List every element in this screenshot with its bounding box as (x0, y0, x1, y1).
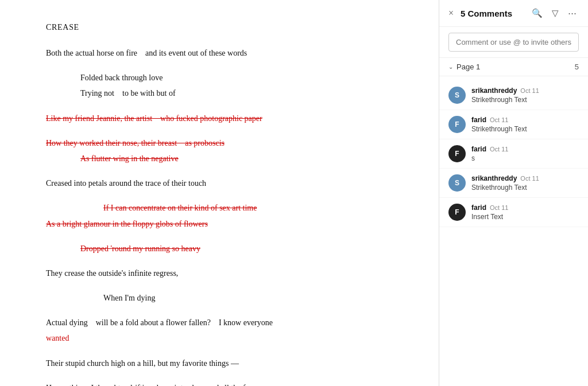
sidebar: × 5 Comments 🔍 ▽ ⋯ ⌄ Page 1 5 Ssrikanthr… (439, 0, 588, 386)
strikethrough-text: As flutter wing in the negative (80, 154, 179, 163)
page-label: Page 1 (457, 63, 571, 71)
poem-line: Trying not to be with but of (80, 86, 393, 100)
poem-body: Both the actual horse on fire and its ev… (46, 46, 393, 386)
poem-line: Their stupid church high on a hill, but … (46, 356, 393, 371)
stanza-break (46, 282, 393, 291)
strikethrough-text: Dropped 'round my running so heavy (80, 244, 200, 253)
strikethrough-text: As a bright glamour in the floppy globs … (46, 220, 208, 228)
stanza-break (46, 167, 393, 176)
poem-line: Both the actual horse on fire and its ev… (46, 46, 393, 60)
comment-date: Oct 11 (520, 175, 539, 182)
stanza-break (46, 127, 393, 136)
avatar: F (448, 204, 466, 221)
stanza-break (46, 102, 393, 111)
stanza-break (46, 372, 393, 381)
comment-text: s (471, 154, 579, 162)
avatar: S (448, 174, 466, 192)
comment-text: Strikethrough Text (471, 125, 579, 133)
stanza-break (46, 257, 393, 266)
comment-content: srikanthreddyOct 11Strikethrough Text (471, 174, 579, 192)
page-section: ⌄ Page 1 5 (439, 58, 588, 76)
comment-author: farid (471, 116, 486, 124)
highlighted-text: wanted (46, 334, 69, 342)
comment-content: faridOct 11Strikethrough Text (471, 116, 579, 133)
comment-content: faridOct 11s (471, 145, 579, 162)
page-count: 5 (575, 63, 579, 71)
sidebar-header: × 5 Comments 🔍 ▽ ⋯ (439, 0, 588, 27)
search-icon[interactable]: 🔍 (529, 7, 545, 20)
stanza-break (46, 232, 393, 241)
poem-line: When I'm dying (103, 291, 393, 305)
comment-content: srikanthreddyOct 11Strikethrough Text (471, 87, 579, 104)
poem-line: How they worked their nose, their breast… (46, 136, 393, 150)
poem-line: wanted (46, 331, 393, 345)
comment-item[interactable]: SsrikanthreddyOct 11Strikethrough Text (439, 169, 588, 198)
comment-item[interactable]: FfaridOct 11Strikethrough Text (439, 110, 588, 139)
comment-input-area[interactable] (439, 27, 588, 58)
comment-date: Oct 11 (520, 87, 539, 94)
sidebar-title: 5 Comments (461, 9, 525, 18)
comment-item[interactable]: FfaridOct 11Insert Text (439, 198, 588, 227)
comment-date: Oct 11 (490, 204, 508, 211)
main-content: CREASE Both the actual horse on fire and… (0, 0, 439, 386)
comment-input[interactable] (448, 33, 579, 52)
comment-content: faridOct 11Insert Text (471, 204, 579, 221)
comment-author: srikanthreddy (471, 87, 517, 95)
comment-date: Oct 11 (490, 146, 508, 153)
stanza-break (46, 306, 393, 315)
comment-author: srikanthreddy (471, 174, 517, 182)
poem-line: Happy things I thought drifting down int… (46, 381, 393, 386)
comment-author: farid (471, 145, 486, 153)
poem-line: They crease the outside's infinite regre… (46, 266, 393, 280)
poem-line: Creased into petals around the trace of … (46, 176, 393, 190)
comment-item[interactable]: SsrikanthreddyOct 11Strikethrough Text (439, 81, 588, 110)
poem-line: Dropped 'round my running so heavy (80, 241, 393, 256)
comment-text: Strikethrough Text (471, 96, 579, 104)
stanza-break (46, 347, 393, 356)
comment-date: Oct 11 (490, 116, 508, 123)
comment-text: Insert Text (471, 213, 579, 221)
comment-text: Strikethrough Text (471, 184, 579, 192)
chevron-down-icon[interactable]: ⌄ (448, 64, 453, 70)
comment-author: farid (471, 204, 486, 212)
poem-line: Folded back through love (80, 71, 393, 85)
poem-line: If I can concentrate on their kind of se… (103, 201, 393, 215)
avatar: S (448, 87, 466, 104)
stanza-break (46, 192, 393, 201)
strikethrough-text: Like my friend Jeannie, the artist who f… (46, 114, 262, 123)
poem-line: As a bright glamour in the floppy globs … (46, 217, 393, 231)
avatar: F (448, 145, 466, 162)
poem-line: As flutter wing in the negative (80, 151, 393, 166)
stanza-break (46, 61, 393, 71)
avatar: F (448, 116, 466, 133)
more-options-icon[interactable]: ⋯ (566, 7, 579, 20)
strikethrough-text: How they worked their nose, their breast… (46, 139, 225, 147)
filter-icon[interactable]: ▽ (550, 7, 561, 20)
poem-title: CREASE (46, 23, 393, 32)
comment-item[interactable]: FfaridOct 11s (439, 139, 588, 169)
close-button[interactable]: × (448, 9, 454, 18)
strikethrough-text: If I can concentrate on their kind of se… (103, 204, 257, 212)
poem-line: Actual dying will be a fold about a flow… (46, 315, 393, 330)
poem-line: Like my friend Jeannie, the artist who f… (46, 111, 393, 126)
comments-list: SsrikanthreddyOct 11Strikethrough TextFf… (439, 76, 588, 386)
